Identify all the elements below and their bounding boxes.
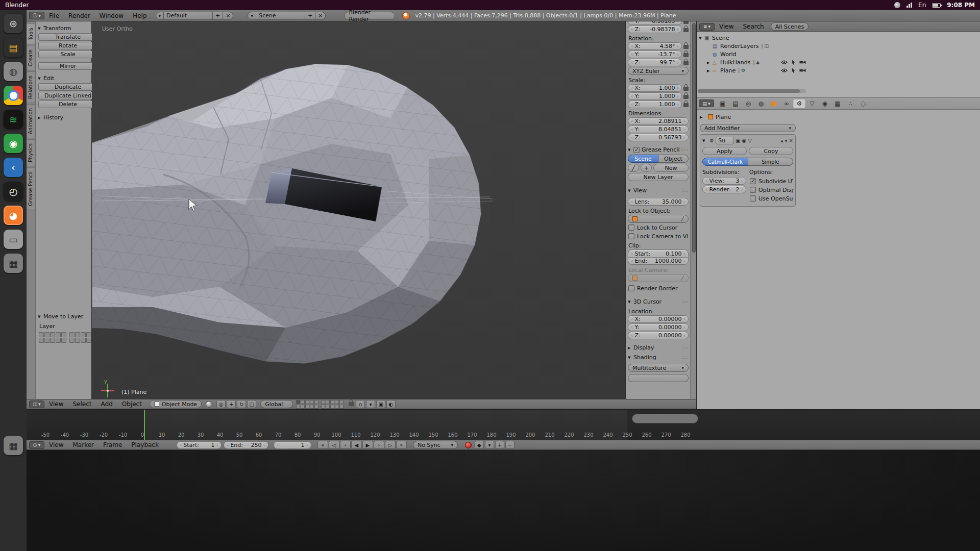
eye-icon[interactable]	[781, 60, 788, 65]
gp-tab-object[interactable]: Object	[658, 155, 689, 163]
network-icon[interactable]	[906, 3, 912, 8]
transport-button[interactable]: »	[396, 441, 407, 449]
dock-app-icon[interactable]	[4, 86, 23, 105]
outliner-row[interactable]: ▾ ▣ Scene	[697, 34, 806, 42]
info-menu-item[interactable]: Render	[64, 12, 95, 19]
dock-app-icon[interactable]: ⊛	[4, 14, 23, 33]
layer-grid[interactable]	[39, 332, 97, 399]
optimal-display-checkbox[interactable]	[750, 187, 756, 193]
transform-panel-header[interactable]: Transform	[38, 24, 98, 33]
panel-drag-handle[interactable]: ∷∷	[682, 299, 689, 305]
clip-start-field[interactable]: Start: 0.100	[628, 249, 689, 257]
fist-model[interactable]	[92, 52, 500, 379]
lock-icon[interactable]	[683, 45, 689, 49]
outliner-row[interactable]: ◍ World	[697, 50, 806, 58]
properties-tab[interactable]: ▽	[806, 98, 818, 108]
editmode-toggle-icon[interactable]: ▽	[748, 138, 752, 143]
transport-button[interactable]: ▷	[385, 441, 396, 449]
scene-name[interactable]: Scene	[256, 12, 305, 20]
properties-tab[interactable]: ■	[768, 98, 780, 108]
properties-tab[interactable]: ◌	[857, 98, 869, 108]
tool-shelf-tab[interactable]: Create	[27, 45, 35, 70]
disclosure-triangle[interactable]: ▸	[707, 59, 713, 66]
outliner-item-label[interactable]: HulkHands	[720, 59, 750, 66]
mode-selector[interactable]: Object Mode	[150, 400, 202, 408]
gp-add-icon-button[interactable]: +	[641, 164, 652, 172]
outliner-horizontal-scrollbar[interactable]	[698, 89, 806, 93]
editor-type-selector[interactable]: ◫ ▾	[29, 400, 44, 408]
edit-tool-button[interactable]: Duplicate Linked	[38, 92, 97, 99]
add-modifier-dropdown[interactable]: Add Modifier ▾	[700, 124, 796, 132]
lock-to-object-field[interactable]: ╱	[628, 215, 689, 223]
panel-drag-handle[interactable]: ∷∷	[682, 355, 689, 360]
rotation-number-field[interactable]: Y:-13.7°	[628, 51, 682, 58]
clip-end-field[interactable]: End: 1000.000	[628, 257, 689, 265]
keying-icon-button[interactable]: ▾	[485, 441, 494, 449]
tool-shelf-tab[interactable]: Tools	[27, 23, 35, 44]
cursor-panel-header[interactable]: 3D Cursor ∷∷	[628, 297, 689, 306]
editor-type-selector[interactable]: ⓘ ▾	[29, 12, 44, 19]
mirror-button[interactable]: Mirror	[38, 62, 97, 70]
properties-tab[interactable]: ▣	[717, 98, 729, 108]
camera-render-icon[interactable]	[799, 60, 806, 65]
cursor-select-icon[interactable]	[791, 68, 796, 73]
browse-icon[interactable]	[700, 114, 705, 120]
current-frame-playhead[interactable]	[144, 410, 145, 440]
start-frame-field[interactable]: Start: 1	[177, 441, 222, 449]
dimensions-number-field[interactable]: Y:8.04851	[628, 126, 689, 133]
layout-browse-icon[interactable]: ▾	[156, 12, 164, 20]
properties-tab[interactable]: ◉	[819, 98, 831, 108]
transform-tool-button[interactable]: Translate	[38, 33, 97, 41]
render-subdivisions-field[interactable]: Render: 2	[702, 186, 746, 193]
viewport-shading-selector[interactable]	[206, 401, 212, 408]
lock-to-scene-icon[interactable]	[349, 402, 354, 406]
layer-grid-group-1[interactable]	[39, 332, 66, 343]
transport-button[interactable]: ◁	[329, 441, 339, 449]
viewport-menu-item[interactable]: Add	[96, 400, 117, 408]
subdivide-uvs-checkbox[interactable]	[750, 178, 756, 184]
disclosure-triangle[interactable]: ▸	[707, 67, 713, 74]
lock-icon[interactable]	[683, 21, 689, 24]
panel-drag-handle[interactable]: ∷∷	[682, 345, 689, 350]
dock-app-icon[interactable]: ◍	[4, 62, 23, 81]
viewport-snap-render-icon[interactable]: ◐	[386, 400, 396, 408]
timeline-menu-item[interactable]: Frame	[99, 441, 127, 448]
outliner-menu-item[interactable]: View	[715, 23, 738, 30]
cursor-number-field[interactable]: X:0.00000	[628, 315, 689, 323]
3d-viewport[interactable]: User Ortho y (1) Plane	[92, 21, 625, 399]
gp-new-layer-button[interactable]: New Layer	[628, 173, 689, 181]
dock-app-icon[interactable]: ▤	[4, 38, 23, 57]
n-panel-scrollbar[interactable]	[691, 21, 696, 399]
editor-type-selector[interactable]: ◷ ▾	[29, 441, 44, 449]
lock-icon[interactable]	[683, 95, 689, 99]
scrollbar-thumb[interactable]	[692, 23, 696, 253]
dock-app-icon[interactable]: ◕	[4, 206, 23, 225]
properties-tab[interactable]: ◎	[742, 98, 754, 108]
viewport-tool-icon[interactable]: +	[227, 400, 236, 408]
viewport-snap-render-icon[interactable]: ▣	[376, 400, 385, 408]
viewport-snap-render-icon[interactable]: ▾	[366, 400, 375, 408]
editor-type-selector[interactable]: ≣ ▾	[699, 23, 715, 31]
lock-icon[interactable]	[683, 87, 689, 91]
viewport-menu-item[interactable]: Select	[68, 400, 96, 408]
tool-shelf-tab[interactable]: Relations	[27, 71, 35, 103]
keying-icon-button[interactable]: −	[505, 441, 514, 449]
properties-tab[interactable]: ◍	[755, 98, 767, 108]
eye-icon[interactable]	[781, 68, 788, 73]
properties-tab[interactable]: ∞	[780, 98, 793, 108]
properties-tab[interactable]: ∴	[844, 98, 856, 108]
properties-tab[interactable]: ⚙	[793, 98, 805, 108]
lock-camera-checkbox[interactable]	[628, 233, 634, 239]
breadcrumb-object-name[interactable]: Plane	[716, 114, 731, 120]
timeline-scrollbar[interactable]	[632, 414, 698, 423]
outliner-menu-item[interactable]: Search	[738, 23, 768, 30]
camera-render-icon[interactable]	[799, 68, 806, 73]
cursor-number-field[interactable]: Y:0.00000	[628, 323, 689, 331]
keying-icon-button[interactable]: +	[495, 441, 504, 449]
timeline-menu-item[interactable]: Playback	[127, 441, 163, 448]
edit-tool-button[interactable]: Delete	[38, 101, 97, 108]
dock-app-icon[interactable]: ≋	[4, 110, 23, 129]
info-menu-item[interactable]: Window	[95, 12, 128, 19]
use-opensubdiv-checkbox[interactable]	[750, 195, 756, 202]
move-up-icon[interactable]: ▴	[781, 138, 783, 143]
